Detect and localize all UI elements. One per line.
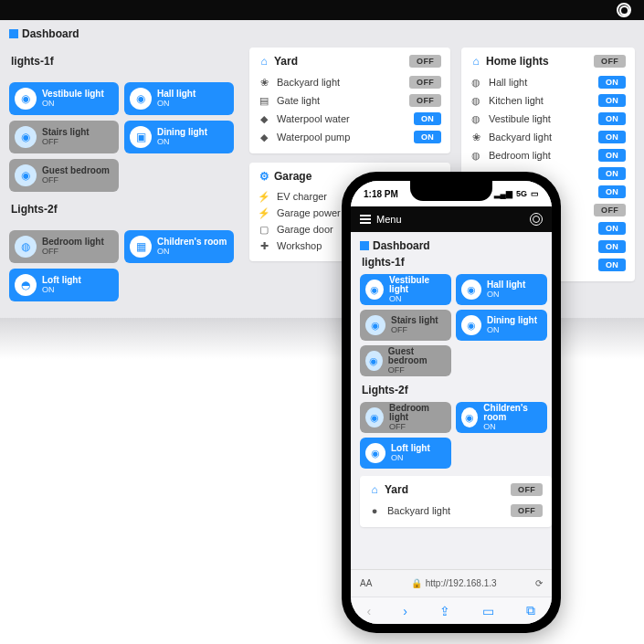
light-tile[interactable]: ◉Hall lightON <box>456 274 547 305</box>
light-tile[interactable]: ▦Children's roomON <box>124 230 234 263</box>
phone-lights-2f-title: Lights-2f <box>362 384 543 396</box>
phone-battery-icon: ▭ <box>531 189 539 198</box>
yard-card: ⌂Yard OFF ❀Backyard lightOFF▤Gate lightO… <box>249 48 450 153</box>
tile-name: Loft light <box>391 444 430 454</box>
light-tile[interactable]: ◉Vestibule lightON <box>360 274 451 305</box>
row-toggle[interactable]: OFF <box>409 94 441 107</box>
light-tile[interactable]: ◍Bedroom lightOFF <box>9 230 119 263</box>
light-tile[interactable]: ◉Stairs lightOFF <box>9 121 119 153</box>
light-tile[interactable]: ◉Guest bedroomOFF <box>360 345 451 376</box>
light-tile[interactable]: ◉Dining lightON <box>456 310 547 341</box>
row-label: Backyard light <box>387 505 450 516</box>
tile-name: Dining light <box>157 128 207 138</box>
light-tile[interactable]: ◉Hall lightON <box>124 82 234 115</box>
tile-name: Hall light <box>157 90 195 100</box>
light-tile[interactable]: ◉Vestibule lightON <box>9 82 119 115</box>
phone-yard-title: Yard <box>385 483 408 496</box>
bulb-icon: ◉ <box>365 315 385 335</box>
tile-name: Loft light <box>42 276 81 286</box>
row-label: Kitchen light <box>489 95 544 106</box>
tile-state: OFF <box>42 248 104 256</box>
tile-name: Bedroom light <box>42 238 104 248</box>
row-icon: ◍ <box>470 77 481 88</box>
share-icon[interactable]: ⇪ <box>439 604 450 618</box>
row-icon: ✚ <box>259 240 269 251</box>
tile-state: ON <box>157 100 195 108</box>
text-size-button[interactable]: AA <box>360 578 372 588</box>
tile-state: ON <box>157 248 227 256</box>
tile-name: Stairs light <box>391 316 438 326</box>
row-toggle[interactable]: ON <box>598 76 626 89</box>
phone-lights-2f-tiles: ◉Bedroom lightOFF◉Children's roomON◉Loft… <box>360 402 543 469</box>
dashboard-title: Dashboard <box>9 27 238 40</box>
row-toggle[interactable]: ON <box>598 149 626 162</box>
tile-state: OFF <box>42 176 110 185</box>
forward-icon[interactable]: › <box>403 604 407 618</box>
phone-lights-1f-tiles: ◉Vestibule lightON◉Hall lightON◉Stairs l… <box>360 274 543 376</box>
reload-icon[interactable]: ⟳ <box>535 578 543 588</box>
row-toggle[interactable]: ON <box>598 222 626 235</box>
row-icon: ◍ <box>470 113 481 124</box>
home-lights-head-toggle[interactable]: OFF <box>594 55 626 68</box>
phone-app-logo-icon <box>530 213 543 226</box>
tabs-icon[interactable]: ⧉ <box>526 603 535 618</box>
light-tile[interactable]: ◉Stairs lightOFF <box>360 310 451 341</box>
phone-toolbar: ‹ › ⇪ ▭ ⧉ <box>351 596 552 624</box>
list-item: ❀Backyard lightON <box>470 128 626 146</box>
row-label: Backyard light <box>489 132 552 143</box>
row-icon: ⚡ <box>259 191 269 202</box>
garage-title: Garage <box>274 170 311 183</box>
tile-state: OFF <box>391 326 438 334</box>
row-label: Waterpool water <box>277 113 350 124</box>
row-toggle[interactable]: ON <box>598 94 626 107</box>
section-lights-2f-title: Lights-2f <box>11 203 238 216</box>
dashboard-icon <box>9 29 18 38</box>
hamburger-icon[interactable] <box>360 215 371 224</box>
list-item: ▤Gate lightOFF <box>259 91 441 110</box>
tile-state: ON <box>157 138 207 146</box>
row-toggle[interactable]: ON <box>414 112 441 125</box>
bulb-icon: ◉ <box>15 126 37 148</box>
bulb-icon: ◉ <box>461 315 481 335</box>
phone-yard-head-toggle[interactable]: OFF <box>511 483 543 496</box>
lights-2f-tiles: ◍Bedroom lightOFF▦Children's roomON◓Loft… <box>9 230 238 301</box>
row-label: EV charger <box>277 191 327 202</box>
row-toggle[interactable]: OFF <box>409 76 441 89</box>
row-toggle[interactable]: ON <box>414 131 441 143</box>
light-tile[interactable]: ◉Children's roomON <box>456 402 547 433</box>
back-icon[interactable]: ‹ <box>367 604 372 618</box>
row-label: Hall light <box>489 77 527 88</box>
list-item: ❀Backyard lightOFF <box>259 73 441 91</box>
row-icon: ● <box>369 505 380 516</box>
light-tile[interactable]: ◉Bedroom lightOFF <box>360 402 451 433</box>
phone-dashboard-icon <box>360 241 369 250</box>
light-tile[interactable]: ◉Guest bedroomOFF <box>9 159 119 192</box>
row-toggle[interactable]: ON <box>598 131 626 143</box>
phone-mockup: 1:18 PM ▂▄▆ 5G ▭ Menu Dashboard lights-1… <box>342 172 561 633</box>
phone-network: 5G <box>516 189 527 198</box>
row-toggle[interactable]: OFF <box>511 504 543 517</box>
row-icon: ⚡ <box>259 207 269 218</box>
light-tile[interactable]: ▣Dining lightON <box>124 121 234 153</box>
lock-icon: 🔒 <box>411 578 422 588</box>
phone-addressbar[interactable]: AA 🔒http://192.168.1.3 ⟳ <box>351 569 552 596</box>
row-icon: ◍ <box>470 95 481 106</box>
row-toggle[interactable]: ON <box>598 185 626 198</box>
light-tile[interactable]: ◉Loft lightON <box>360 438 451 469</box>
row-toggle[interactable]: OFF <box>594 204 626 216</box>
bookmarks-icon[interactable]: ▭ <box>482 604 494 618</box>
row-label: Garage power <box>277 207 341 218</box>
yard-head-toggle[interactable]: OFF <box>409 55 441 68</box>
row-icon: ▢ <box>259 224 269 235</box>
home-lights-icon: ⌂ <box>470 56 481 67</box>
tile-name: Guest bedroom <box>42 166 110 176</box>
row-toggle[interactable]: ON <box>598 240 626 253</box>
row-toggle[interactable]: ON <box>598 259 626 271</box>
row-toggle[interactable]: ON <box>598 112 626 125</box>
bulb-icon: ◉ <box>365 351 383 371</box>
app-logo-icon <box>617 3 631 17</box>
tile-name: Vestibule light <box>42 90 104 100</box>
light-tile[interactable]: ◓Loft lightON <box>9 269 119 301</box>
garage-icon: ⚙ <box>259 171 269 182</box>
row-toggle[interactable]: ON <box>598 167 626 180</box>
